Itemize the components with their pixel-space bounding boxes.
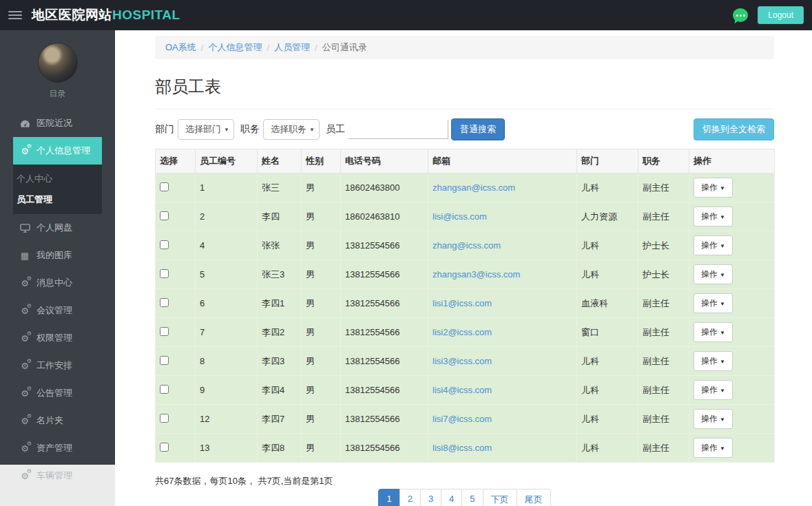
row-checkbox[interactable]: [160, 240, 169, 249]
email-link[interactable]: lisi4@icss.com: [433, 385, 492, 395]
dept-cell: 儿科: [577, 231, 638, 260]
row-checkbox[interactable]: [160, 298, 169, 307]
gender-cell: 男: [302, 260, 341, 289]
gears-icon: ⚙⚙: [19, 306, 30, 315]
page-button-下页[interactable]: 下页: [483, 489, 517, 506]
dept-cell: 人力资源: [577, 202, 638, 231]
dept-cell: 儿科: [577, 260, 638, 289]
sidebar-item-9[interactable]: ⚙⚙公告管理: [13, 379, 102, 407]
job-cell: 副主任: [638, 289, 689, 318]
table-row: 5张三3男13812554566zhangsan3@icss.com儿科护士长操…: [156, 260, 775, 289]
dept-cell: 儿科: [577, 173, 638, 202]
job-select[interactable]: 选择职务 ▼: [263, 119, 320, 140]
employee-search-input[interactable]: [348, 120, 448, 139]
page-button-1[interactable]: 1: [378, 489, 399, 506]
avatar[interactable]: [38, 43, 78, 83]
sidebar-item-10[interactable]: ⚙⚙名片夹: [13, 407, 102, 434]
page-button-3[interactable]: 3: [420, 489, 441, 506]
sidebar-item-7[interactable]: ⚙⚙权限管理: [13, 324, 102, 352]
chat-icon[interactable]: [733, 8, 748, 22]
breadcrumb-item[interactable]: OA系统: [165, 41, 196, 54]
page-button-2[interactable]: 2: [399, 489, 421, 506]
sidebar-item-2[interactable]: ⚙⚙个人信息管理: [13, 137, 102, 165]
sidebar-item-3[interactable]: 个人网盘: [13, 214, 102, 242]
row-checkbox[interactable]: [160, 385, 169, 394]
row-action-dropdown[interactable]: 操作▼: [694, 235, 733, 255]
sidebar-item-11[interactable]: ⚙⚙资产管理: [13, 434, 102, 462]
job-cell: 副主任: [638, 405, 689, 434]
row-action-dropdown[interactable]: 操作▼: [694, 438, 733, 458]
row-checkbox[interactable]: [160, 269, 169, 278]
submenu-item[interactable]: 员工管理: [13, 189, 102, 210]
gender-cell: 男: [302, 347, 341, 376]
submenu-item[interactable]: 个人中心: [13, 169, 102, 189]
column-header: 部门: [577, 149, 638, 173]
table-row: 4张张男13812554566zhang@icss.com儿科护士长操作▼: [156, 231, 775, 260]
job-cell: 副主任: [638, 376, 689, 405]
sidebar: 目录 医院近况⚙⚙个人信息管理个人中心员工管理个人网盘▦我的图库⚙⚙消息中心⚙⚙…: [0, 30, 115, 506]
breadcrumb-item[interactable]: 个人信息管理: [208, 41, 262, 54]
row-action-dropdown[interactable]: 操作▼: [694, 380, 733, 400]
normal-search-button[interactable]: 普通搜索: [451, 118, 505, 140]
email-link[interactable]: lisi2@icss.com: [433, 327, 492, 337]
row-action-dropdown[interactable]: 操作▼: [694, 207, 733, 226]
name-cell: 李四: [258, 202, 302, 231]
job-cell: 副主任: [638, 173, 689, 202]
page-button-5[interactable]: 5: [461, 489, 483, 506]
table-row: 2李四男18602463810lisi@icss.com人力资源副主任操作▼: [156, 202, 775, 231]
row-checkbox[interactable]: [160, 414, 169, 423]
row-checkbox[interactable]: [160, 211, 169, 220]
employee-id-cell: 4: [196, 231, 258, 260]
sidebar-item-1[interactable]: 医院近况: [13, 109, 102, 137]
email-link[interactable]: zhang@icss.com: [433, 240, 501, 251]
dept-select[interactable]: 选择部门 ▼: [178, 119, 234, 140]
sidebar-item-8[interactable]: ⚙⚙工作安排: [13, 352, 102, 379]
page-button-尾页[interactable]: 尾页: [517, 489, 551, 506]
page-button-4[interactable]: 4: [441, 489, 462, 506]
row-action-dropdown[interactable]: 操作▼: [694, 264, 733, 284]
email-link[interactable]: lisi@icss.com: [433, 211, 487, 222]
gender-cell: 男: [302, 434, 341, 463]
dashboard-icon: [19, 118, 30, 128]
sidebar-item-label: 车辆管理: [37, 470, 72, 482]
row-checkbox[interactable]: [160, 182, 169, 191]
job-cell: 护士长: [638, 260, 689, 289]
phone-cell: 18602463800: [341, 173, 428, 202]
email-link[interactable]: lisi7@icss.com: [433, 414, 492, 424]
gears-icon: ⚙⚙: [19, 416, 30, 425]
app-window: 地区医院网站HOSPITAL Logout 目录 医院近况⚙⚙个人信息管理个人中…: [0, 0, 812, 506]
row-action-dropdown[interactable]: 操作▼: [694, 293, 733, 313]
email-link[interactable]: lisi8@icss.com: [433, 443, 492, 453]
row-action-dropdown[interactable]: 操作▼: [694, 322, 733, 342]
job-select-value: 选择职务: [271, 123, 306, 136]
sidebar-item-12[interactable]: ⚙⚙车辆管理: [13, 462, 102, 489]
breadcrumb-item[interactable]: 人员管理: [274, 41, 310, 54]
brand-title: 地区医院网站HOSPITAL: [32, 6, 180, 24]
email-link[interactable]: zhangsan3@icss.com: [433, 269, 520, 280]
sidebar-item-label: 医院近况: [37, 117, 72, 129]
row-checkbox[interactable]: [160, 327, 169, 336]
sidebar-item-6[interactable]: ⚙⚙会议管理: [13, 297, 102, 324]
email-link[interactable]: lisi3@icss.com: [433, 356, 492, 366]
phone-cell: 13812554566: [341, 260, 428, 289]
employee-table: 选择员工编号姓名性别电话号码邮箱部门职务操作 1张三男18602463800zh…: [155, 149, 775, 463]
row-action-dropdown[interactable]: 操作▼: [694, 351, 733, 371]
email-link[interactable]: lisi1@icss.com: [433, 298, 492, 308]
fulltext-search-toggle-button[interactable]: 切换到全文检索: [694, 118, 774, 140]
job-cell: 副主任: [638, 434, 689, 463]
table-row: 6李四1男13812554566lisi1@icss.com血液科副主任操作▼: [156, 289, 775, 318]
sidebar-item-5[interactable]: ⚙⚙消息中心: [13, 269, 102, 297]
logout-button[interactable]: Logout: [758, 6, 804, 24]
sidebar-item-4[interactable]: ▦我的图库: [13, 242, 102, 269]
chevron-down-icon: ▼: [720, 330, 725, 336]
job-cell: 副主任: [638, 347, 689, 376]
column-header: 员工编号: [196, 149, 258, 173]
hamburger-menu-icon[interactable]: [8, 11, 22, 19]
dept-label: 部门: [155, 123, 174, 136]
row-action-dropdown[interactable]: 操作▼: [694, 409, 733, 429]
column-header: 职务: [638, 149, 689, 173]
email-link[interactable]: zhangsan@icss.com: [433, 182, 515, 193]
row-action-dropdown[interactable]: 操作▼: [694, 178, 733, 198]
row-checkbox[interactable]: [160, 356, 169, 365]
row-checkbox[interactable]: [160, 443, 169, 452]
